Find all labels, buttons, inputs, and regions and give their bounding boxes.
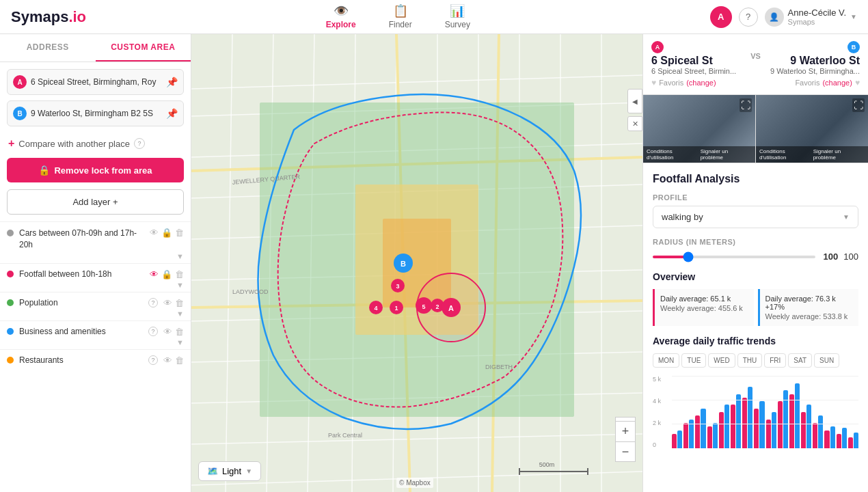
expand-icon-b[interactable]: ⛶ [852, 98, 865, 112]
bar-group [695, 376, 705, 448]
map-expand-button[interactable]: ◀ [627, 89, 642, 113]
delete-icon-business[interactable]: 🗑 [175, 327, 184, 337]
finder-label: Finder [389, 20, 412, 29]
radius-slider[interactable] [653, 256, 815, 258]
visibility-icon-restaurants[interactable]: 👁 [163, 355, 172, 366]
delete-icon-cars[interactable]: 🗑 [175, 228, 184, 238]
day-tab-mon[interactable]: MON [653, 353, 679, 368]
remove-lock-label: Remove lock from area [54, 165, 152, 176]
profile-value: walking by [662, 212, 703, 222]
map-style-selector[interactable]: 🗺️ Light ▼ [198, 461, 261, 481]
sidebar-tab-address[interactable]: ADDRESS [0, 34, 96, 62]
help-button[interactable]: ? [739, 8, 758, 27]
address-input-a[interactable]: A 6 Spiceal Street, Birmingham, Roy 📌 [7, 69, 184, 95]
tab-survey[interactable]: 📊 Survey [429, 0, 487, 36]
layer-label-business: Business and amenities [19, 327, 143, 336]
bar-a [742, 398, 747, 448]
day-tab-sat[interactable]: SAT [788, 353, 812, 368]
bar-a [695, 415, 700, 448]
expand-icon-footfall[interactable]: ▼ [176, 281, 184, 289]
bar-a [754, 409, 759, 448]
delete-icon-footfall[interactable]: 🗑 [175, 269, 184, 279]
sidebar-tab-custom-area[interactable]: CUSTOM AREA [96, 34, 191, 62]
tab-finder[interactable]: 📋 Finder [372, 0, 429, 36]
layer-label-cars: Cars between 07h-09h and 17h-20h [19, 228, 144, 251]
zoom-controls: + − [615, 421, 636, 462]
bar-a [719, 412, 724, 448]
zoom-out-button[interactable]: − [615, 441, 636, 462]
compare-help-icon[interactable]: ? [134, 138, 145, 149]
pin-icon-b[interactable]: 📌 [166, 108, 178, 119]
layer-controls-restaurants: 👁 🗑 [163, 355, 184, 366]
address-input-b[interactable]: B 9 Waterloo St, Birmingham B2 5S 📌 [7, 100, 184, 126]
bar-group [672, 376, 682, 448]
question-icon: ? [746, 12, 750, 22]
visibility-icon-population[interactable]: 👁 [163, 298, 172, 308]
bar-b [795, 383, 800, 448]
bar-b [677, 430, 682, 449]
bar-a [683, 423, 688, 448]
lock-icon-cars[interactable]: 🔒 [161, 228, 172, 238]
stat-b-daily: Daily average: 76.3 k +17% [765, 295, 854, 311]
lock-icon-footfall[interactable]: 🔒 [161, 269, 172, 279]
image-a[interactable]: ⛶ Conditions d'utilisation Signaler un p… [643, 95, 755, 163]
remove-lock-button[interactable]: 🔒 Remove lock from area [7, 158, 184, 182]
badge-b: B [13, 107, 27, 120]
image-b[interactable]: ⛶ Conditions d'utilisation Signaler un p… [755, 95, 868, 163]
add-layer-button[interactable]: Add layer + [7, 189, 184, 215]
day-tab-thu[interactable]: THU [737, 353, 763, 368]
pin-icon-a[interactable]: 📌 [166, 77, 178, 87]
bar-group [778, 376, 788, 448]
map-style-icon: 🗺️ [207, 466, 218, 476]
stat-a-weekly: Weekly average: 455.6 k [660, 304, 748, 312]
tab-explore[interactable]: 👁️ Explore [310, 0, 372, 36]
heart-icon-a: ♥ [651, 78, 656, 87]
day-tab-sun[interactable]: SUN [814, 353, 839, 368]
layer-item-population: Population ? 👁 🗑 ▼ [0, 292, 191, 320]
location-compare: A 6 Spiceal St 6 Spiceal Street, Birmin.… [643, 34, 868, 95]
delete-icon-restaurants[interactable]: 🗑 [175, 355, 184, 366]
loc-a-change[interactable]: (change) [686, 79, 716, 87]
map-container[interactable]: JEWELLERY QUARTER LADYWOOD DIGBETH Park … [191, 34, 642, 492]
badge-loc-a: A [651, 41, 664, 53]
loc-b-favoris: Favoris [795, 79, 819, 87]
help-icon-population[interactable]: ? [148, 298, 158, 308]
visibility-icon-business[interactable]: 👁 [163, 327, 172, 337]
compare-row[interactable]: + Compare with another place ? [0, 133, 191, 154]
zoom-in-button[interactable]: + [615, 421, 636, 441]
map-close-button[interactable]: ✕ [627, 116, 642, 131]
day-tab-tue[interactable]: TUE [681, 353, 706, 368]
help-icon-restaurants[interactable]: ? [148, 355, 158, 365]
svg-text:4: 4 [374, 305, 377, 312]
logo[interactable]: Symaps.io [11, 8, 86, 26]
layer-item-footfall: Footfall between 10h-18h 👁 🔒 🗑 ▼ [0, 263, 191, 292]
main-nav: 👁️ Explore 📋 Finder 📊 Survey [100, 0, 696, 36]
user-profile[interactable]: 👤 Anne-Cécile V. Symaps ▼ [765, 8, 857, 27]
bar-b [830, 426, 835, 448]
overview-title: Overview [653, 271, 858, 282]
overview-stats: Daily average: 65.1 k Weekly average: 45… [653, 289, 858, 326]
day-tab-fri[interactable]: FRI [764, 353, 786, 368]
profile-select[interactable]: walking by ▼ [653, 206, 858, 228]
expand-icon-a[interactable]: ⛶ [740, 98, 752, 112]
expand-icon-population[interactable]: ▼ [176, 310, 184, 318]
day-tab-wed[interactable]: WED [708, 353, 735, 368]
avatar-letter: A [718, 12, 724, 22]
bar-group [848, 376, 858, 448]
map-background: JEWELLERY QUARTER LADYWOOD DIGBETH Park … [191, 34, 642, 492]
visibility-icon-footfall[interactable]: 👁 [150, 269, 159, 279]
bar-group [683, 376, 694, 448]
chart-yaxis: 5 k 4 k 2 k 0 [653, 376, 672, 451]
layer-controls-business: 👁 🗑 [163, 327, 184, 337]
help-icon-business[interactable]: ? [148, 327, 158, 336]
visibility-icon-cars[interactable]: 👁 [150, 228, 159, 238]
heart-icon-b: ♥ [855, 78, 860, 87]
address-text-a: 6 Spiceal Street, Birmingham, Roy [31, 77, 162, 87]
loc-b-change[interactable]: (change) [822, 79, 852, 87]
notifications-avatar[interactable]: A [710, 6, 732, 28]
add-layer-label: Add layer + [72, 197, 118, 207]
expand-icon-cars[interactable]: ▼ [176, 252, 184, 260]
explore-label: Explore [326, 20, 356, 29]
expand-icon-business[interactable]: ▼ [176, 338, 184, 346]
delete-icon-population[interactable]: 🗑 [175, 298, 184, 308]
